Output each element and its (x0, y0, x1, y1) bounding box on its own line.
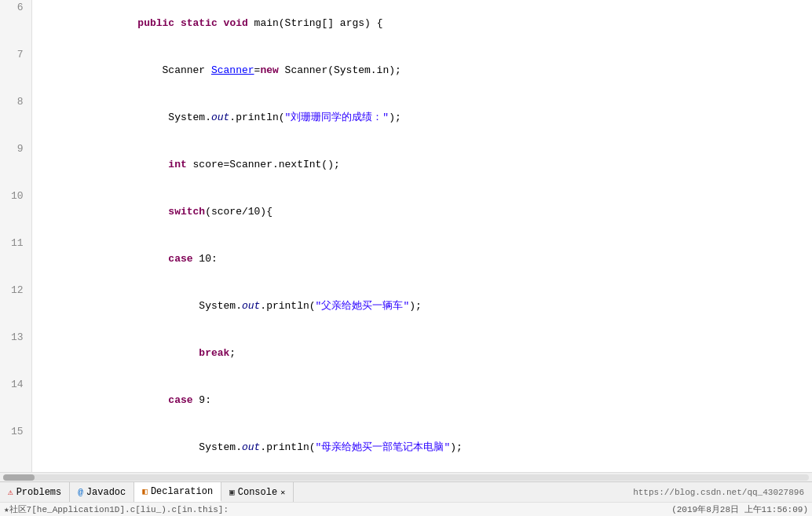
line-number-15: 15 (0, 424, 31, 471)
code-content-9[interactable]: int score=Scanner.nextInt(); (31, 141, 812, 188)
code-editor: 6 public static void main(String[] args)… (0, 0, 812, 481)
bottom-status-bar: ★社区7[he_Application1D].c[liu_).c[in.this… (0, 502, 812, 516)
scrollbar-thumb[interactable] (3, 474, 35, 481)
line-number-14: 14 (0, 377, 31, 424)
table-row: 12 System.out.println("父亲给她买一辆车"); (0, 283, 812, 330)
tab-declaration-label: Declaration (151, 486, 213, 497)
table-row: 15 System.out.println("母亲给她买一部笔记本电脑"); (0, 424, 812, 471)
code-content-7[interactable]: Scanner Scanner=new Scanner(System.in); (31, 47, 812, 94)
console-icon: ▣ (229, 487, 235, 497)
bottom-status-time: (2019年8月28日 上午11:56:09) (671, 503, 808, 515)
code-content-11[interactable]: case 10: (31, 236, 812, 283)
table-row: 6 public static void main(String[] args)… (0, 0, 812, 47)
table-row: 7 Scanner Scanner=new Scanner(System.in)… (0, 47, 812, 94)
table-row: 9 int score=Scanner.nextInt(); (0, 141, 812, 188)
line-number-13: 13 (0, 330, 31, 377)
status-url: https://blog.csdn.net/qq_43027896 (633, 482, 812, 502)
code-content-10[interactable]: switch(score/10){ (31, 188, 812, 236)
code-content-12[interactable]: System.out.println("父亲给她买一辆车"); (31, 283, 812, 330)
tab-console-close[interactable]: ✕ (280, 488, 285, 497)
code-content-6[interactable]: public static void main(String[] args) { (31, 0, 812, 47)
line-number-9: 9 (0, 141, 31, 188)
line-number-12: 12 (0, 283, 31, 330)
table-row: 14 case 9: (0, 377, 812, 424)
scrollbar-track[interactable] (3, 474, 809, 481)
bottom-status-text: ★社区7[he_Application1D].c[liu_).c[in.this… (4, 503, 498, 515)
horizontal-scrollbar[interactable] (0, 472, 812, 481)
tab-problems-label: Problems (16, 487, 62, 498)
table-row: 8 System.out.println("刘珊珊同学的成绩："); (0, 94, 812, 141)
line-number-8: 8 (0, 94, 31, 141)
code-content-14[interactable]: case 9: (31, 377, 812, 424)
javadoc-icon: @ (78, 488, 83, 497)
code-content-8[interactable]: System.out.println("刘珊珊同学的成绩："); (31, 94, 812, 141)
tab-javadoc-label: Javadoc (86, 487, 126, 498)
code-content-13[interactable]: break; (31, 330, 812, 377)
status-url-text: https://blog.csdn.net/qq_43027896 (633, 488, 804, 497)
line-number-10: 10 (0, 188, 31, 236)
table-row: 13 break; (0, 330, 812, 377)
tab-javadoc[interactable]: @ Javadoc (70, 482, 134, 502)
table-row: 11 case 10: (0, 236, 812, 283)
tab-console-label: Console (238, 487, 277, 498)
line-number-11: 11 (0, 236, 31, 283)
line-number-7: 7 (0, 47, 31, 94)
tab-declaration[interactable]: ◧ Declaration (134, 482, 221, 502)
code-scroll-area[interactable]: 6 public static void main(String[] args)… (0, 0, 812, 472)
tab-console[interactable]: ▣ Console ✕ (221, 482, 294, 502)
tab-problems[interactable]: ⚠ Problems (0, 482, 70, 502)
code-table: 6 public static void main(String[] args)… (0, 0, 812, 472)
code-content-15[interactable]: System.out.println("母亲给她买一部笔记本电脑"); (31, 424, 812, 471)
declaration-icon: ◧ (142, 486, 148, 496)
line-number-6: 6 (0, 0, 31, 47)
table-row: 10 switch(score/10){ (0, 188, 812, 236)
bottom-tab-bar: ⚠ Problems @ Javadoc ◧ Declaration ▣ Con… (0, 481, 812, 502)
problems-icon: ⚠ (8, 487, 13, 497)
